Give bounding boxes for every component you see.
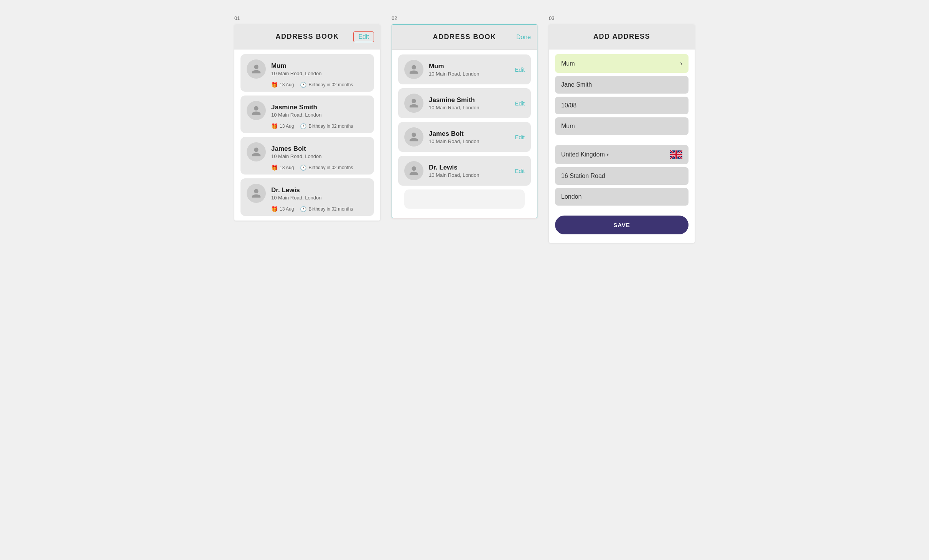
avatar-james-01 [247, 142, 266, 161]
contact-name-jasmine-02: Jasmine Smith [429, 96, 479, 104]
screen-03-number: 03 [549, 15, 554, 21]
contact-card-edit-mum[interactable]: Mum 10 Main Road, London Edit [398, 54, 531, 84]
avatar-lewis-01 [247, 184, 266, 203]
birthday-field[interactable]: 10/08 [555, 97, 689, 114]
street-address-value: 16 Station Road [561, 173, 605, 180]
contact-name-lewis-02: Dr. Lewis [429, 164, 479, 171]
contact-name-james-02: James Bolt [429, 130, 479, 138]
birthday-meta-james: 🎁 13 Aug [271, 165, 294, 171]
relationship-field[interactable]: Mum [555, 117, 689, 135]
street-address-field[interactable]: 16 Station Road [555, 167, 689, 185]
done-button-screen02[interactable]: Done [516, 34, 531, 41]
birthday-countdown-mum-01: 🕐 Birthday in 02 months [300, 82, 353, 88]
screen-01-number: 01 [234, 15, 240, 21]
birthday-value: 10/08 [561, 102, 577, 109]
gift-icon-jasmine: 🎁 [271, 123, 278, 129]
screen-02-title: ADDRESS BOOK [433, 33, 496, 41]
clock-icon-lewis: 🕐 [300, 206, 306, 212]
country-left: United Kingdom ▾ [561, 151, 609, 158]
edit-link-lewis[interactable]: Edit [515, 168, 525, 174]
person-icon [408, 132, 419, 142]
contact-card-mum-01[interactable]: Mum 10 Main Road, London 🎁 13 Aug 🕐 Birt… [240, 54, 374, 92]
birthday-date-james: 13 Aug [280, 165, 294, 170]
nickname-field[interactable]: Mum › [555, 54, 689, 73]
dropdown-arrow-icon: ▾ [606, 152, 609, 157]
save-button[interactable]: SAVE [555, 216, 689, 234]
contact-top-edit-jasmine: Jasmine Smith 10 Main Road, London [404, 94, 515, 113]
form-spacer [555, 138, 689, 142]
contact-meta-lewis: 🎁 13 Aug 🕐 Birthday in 02 months [247, 206, 368, 212]
contact-top-james: James Bolt 10 Main Road, London [247, 142, 368, 161]
person-icon [408, 64, 419, 75]
contact-address-lewis-01: 10 Main Road, London [271, 195, 322, 201]
person-icon [251, 188, 262, 199]
contact-address-jasmine-02: 10 Main Road, London [429, 105, 479, 110]
birthday-label-lewis: Birthday in 02 months [308, 206, 353, 212]
save-button-wrapper: SAVE [549, 210, 695, 243]
city-field[interactable]: London [555, 188, 689, 206]
edit-link-jasmine[interactable]: Edit [515, 100, 525, 107]
contact-card-james-01[interactable]: James Bolt 10 Main Road, London 🎁 13 Aug… [240, 137, 374, 175]
birthday-countdown-lewis: 🕐 Birthday in 02 months [300, 206, 353, 212]
contact-card-edit-lewis[interactable]: Dr. Lewis 10 Main Road, London Edit [398, 156, 531, 186]
contact-address-mum-01: 10 Main Road, London [271, 71, 322, 76]
contact-info-lewis-02: Dr. Lewis 10 Main Road, London [429, 164, 479, 178]
gift-icon-lewis: 🎁 [271, 206, 278, 212]
edit-button-screen01[interactable]: Edit [353, 31, 374, 42]
screen-03-header: ADD ADDRESS [549, 24, 695, 49]
birthday-meta-lewis: 🎁 13 Aug [271, 206, 294, 212]
contact-address-lewis-02: 10 Main Road, London [429, 172, 479, 178]
contact-top-edit-lewis: Dr. Lewis 10 Main Road, London [404, 161, 515, 180]
screen-03: ADD ADDRESS Mum › Jane Smith 10/08 [549, 24, 695, 243]
contact-meta-james: 🎁 13 Aug 🕐 Birthday in 02 months [247, 165, 368, 171]
partial-card-bottom [404, 189, 525, 209]
contact-address-mum-02: 10 Main Road, London [429, 71, 479, 77]
birthday-meta-jasmine: 🎁 13 Aug [271, 123, 294, 129]
avatar-lewis-02 [404, 161, 423, 180]
avatar-mum-01 [247, 59, 266, 79]
screen-01-header: ADDRESS BOOK Edit [234, 24, 380, 49]
chevron-right-icon: › [680, 59, 682, 68]
birthday-countdown-jasmine: 🕐 Birthday in 02 months [300, 123, 353, 129]
birthday-date-lewis: 13 Aug [280, 206, 294, 212]
screen-03-title: ADD ADDRESS [593, 33, 650, 41]
contact-card-jasmine-01[interactable]: Jasmine Smith 10 Main Road, London 🎁 13 … [240, 96, 374, 133]
country-field[interactable]: United Kingdom ▾ [555, 145, 689, 164]
recipient-name-field[interactable]: Jane Smith [555, 76, 689, 94]
contact-name-lewis-01: Dr. Lewis [271, 186, 322, 194]
contacts-list-01: Mum 10 Main Road, London 🎁 13 Aug 🕐 Birt… [234, 49, 380, 221]
birthday-countdown-james: 🕐 Birthday in 02 months [300, 165, 353, 171]
birthday-date-jasmine: 13 Aug [280, 124, 294, 129]
contact-name-jasmine-01: Jasmine Smith [271, 104, 322, 111]
contact-card-edit-jasmine[interactable]: Jasmine Smith 10 Main Road, London Edit [398, 88, 531, 118]
country-name-value: United Kingdom [561, 151, 605, 158]
birthday-label-jasmine: Birthday in 02 months [308, 124, 353, 129]
edit-link-mum[interactable]: Edit [515, 66, 525, 73]
contact-name-james-01: James Bolt [271, 145, 322, 153]
contact-top-lewis: Dr. Lewis 10 Main Road, London [247, 184, 368, 203]
contact-card-lewis-01[interactable]: Dr. Lewis 10 Main Road, London 🎁 13 Aug … [240, 178, 374, 216]
screen-03-wrapper: 03 ADD ADDRESS Mum › Jane Smith 10/08 [549, 15, 695, 243]
contact-address-james-01: 10 Main Road, London [271, 153, 322, 159]
contact-info-jasmine-01: Jasmine Smith 10 Main Road, London [271, 104, 322, 118]
contact-meta-jasmine-01: 🎁 13 Aug 🕐 Birthday in 02 months [247, 123, 368, 129]
contact-info-james-01: James Bolt 10 Main Road, London [271, 145, 322, 159]
clock-icon-mum-01: 🕐 [300, 82, 306, 88]
screen-02-header: ADDRESS BOOK Done [392, 25, 537, 50]
contact-card-edit-james[interactable]: James Bolt 10 Main Road, London Edit [398, 122, 531, 152]
birthday-meta-mum-01: 🎁 13 Aug [271, 82, 294, 88]
contact-info-lewis-01: Dr. Lewis 10 Main Road, London [271, 186, 322, 201]
contact-address-jasmine-01: 10 Main Road, London [271, 112, 322, 118]
screen-01: ADDRESS BOOK Edit Mum 10 Main Road [234, 24, 380, 221]
screen-02-wrapper: 02 ADDRESS BOOK Done Mum [392, 15, 537, 218]
contact-top-edit-james: James Bolt 10 Main Road, London [404, 127, 515, 147]
edit-link-james[interactable]: Edit [515, 134, 525, 140]
contact-info-james-02: James Bolt 10 Main Road, London [429, 130, 479, 144]
contact-top-mum: Mum 10 Main Road, London [247, 59, 368, 79]
screen-02: ADDRESS BOOK Done Mum 10 Main Road [392, 24, 537, 218]
contact-info-mum-01: Mum 10 Main Road, London [271, 62, 322, 76]
birthday-label-mum-01: Birthday in 02 months [308, 82, 353, 87]
contact-name-mum-02: Mum [429, 63, 479, 70]
birthday-label-james: Birthday in 02 months [308, 165, 353, 170]
gift-icon-james: 🎁 [271, 165, 278, 171]
